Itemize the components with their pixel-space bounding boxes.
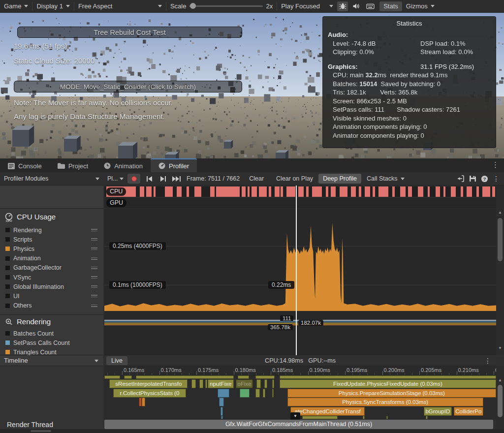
drag-handle-icon[interactable] bbox=[91, 228, 97, 232]
drag-handle-icon[interactable] bbox=[91, 256, 97, 261]
deep-profile-toggle[interactable]: Deep Profile bbox=[318, 174, 361, 184]
cpu-frame-segment[interactable] bbox=[436, 186, 441, 197]
timeline-sample[interactable] bbox=[124, 375, 132, 379]
first-frame-button[interactable] bbox=[143, 174, 155, 184]
cpu-frame-segment[interactable] bbox=[373, 186, 375, 197]
cpu-frame-segment[interactable] bbox=[331, 186, 336, 197]
scale-slider-knob[interactable] bbox=[190, 3, 196, 9]
bug-icon[interactable] bbox=[337, 1, 348, 11]
cpu-frame-segment[interactable] bbox=[312, 186, 322, 197]
timeline-sample[interactable] bbox=[302, 416, 338, 419]
gizmos-dropdown[interactable]: Gizmos bbox=[402, 1, 439, 12]
cpu-frame-segment[interactable] bbox=[451, 186, 456, 197]
cpu-frame-segment[interactable] bbox=[326, 186, 328, 197]
timeline-sample[interactable] bbox=[280, 375, 496, 379]
cpu-frame-segment[interactable] bbox=[365, 186, 370, 197]
timeline-sample[interactable] bbox=[139, 398, 142, 406]
cpu-frame-segment[interactable] bbox=[482, 186, 490, 197]
timeline-sample[interactable] bbox=[363, 416, 364, 419]
stats-toggle-button[interactable]: Stats bbox=[379, 1, 402, 11]
timeline-view-dropdown[interactable]: Timeline bbox=[0, 355, 103, 366]
legend-item-others[interactable]: Others bbox=[0, 301, 103, 310]
scroll-down-icon[interactable]: ▼ bbox=[497, 346, 503, 350]
drag-handle-icon[interactable] bbox=[91, 237, 97, 242]
timeline-sample[interactable] bbox=[219, 398, 224, 406]
cpu-frame-segment[interactable] bbox=[418, 186, 423, 197]
profiler-target-dropdown[interactable]: Pl... bbox=[103, 172, 127, 186]
cpu-frame-segment[interactable] bbox=[476, 186, 479, 197]
scroll-up-icon[interactable]: ▲ bbox=[497, 210, 503, 215]
speaker-icon[interactable] bbox=[351, 1, 362, 11]
cpu-frame-segment[interactable] bbox=[252, 186, 257, 197]
profiler-modules-dropdown[interactable]: Profiler Modules bbox=[0, 172, 103, 186]
cpu-frame-segment[interactable] bbox=[428, 186, 430, 197]
timeline-sample[interactable] bbox=[205, 379, 207, 388]
timeline-sample[interactable] bbox=[263, 389, 265, 398]
cpu-frame-segment[interactable] bbox=[461, 186, 463, 197]
scroll-up-icon[interactable]: ▲ bbox=[497, 378, 503, 382]
cpu-frame-segment[interactable] bbox=[154, 186, 156, 197]
legend-item-animation[interactable]: Animation bbox=[0, 254, 103, 263]
timeline-sample-fixedupdate-physicsfixedupdate-0-03ms[interactable]: FixedUpdate.PhysicsFixedUpdate (0.03ms) bbox=[280, 379, 496, 388]
cpu-frame-segment[interactable] bbox=[359, 186, 361, 197]
record-button[interactable] bbox=[127, 174, 140, 184]
cpu-frame-segment[interactable] bbox=[165, 186, 173, 197]
timeline-sample[interactable] bbox=[142, 398, 145, 406]
highlights-gpu-bar[interactable]: GPU bbox=[104, 198, 496, 208]
cpu-frame-segment[interactable] bbox=[259, 186, 267, 197]
timeline-sample[interactable] bbox=[199, 379, 203, 388]
legend-item-scripts[interactable]: Scripts bbox=[0, 235, 103, 244]
timeline-sample-bgroupid[interactable]: bGroupID bbox=[424, 407, 452, 416]
drag-handle-icon[interactable] bbox=[91, 294, 97, 298]
timeline-tracks[interactable]: sResetInterpolatedTransfonputFixeoFixeFi… bbox=[104, 375, 496, 419]
timeline-sample[interactable] bbox=[272, 379, 274, 388]
live-toggle-button[interactable]: Live bbox=[106, 356, 127, 365]
timeline-sample[interactable] bbox=[272, 389, 274, 398]
cpu-frame-segment[interactable] bbox=[187, 186, 189, 197]
timeline-sample[interactable] bbox=[218, 389, 229, 398]
timeline-kebab-icon[interactable]: ⋮ bbox=[484, 357, 496, 365]
cpu-frame-segment[interactable] bbox=[146, 186, 152, 197]
clear-button[interactable]: Clear bbox=[245, 174, 268, 184]
cpu-frame-segment[interactable] bbox=[306, 186, 309, 197]
window-kebab-icon[interactable]: ⋮ bbox=[492, 160, 504, 172]
timeline-sample-physics-preparesimulationstage-0-03ms[interactable]: Physics.PrepareSimulationStage (0.03ms) bbox=[287, 389, 496, 398]
load-profile-icon[interactable] bbox=[455, 174, 467, 184]
cpu-frame-segment[interactable] bbox=[351, 186, 356, 197]
timeline-sample-nputfixe[interactable]: nputFixe bbox=[208, 379, 234, 388]
timeline-sample[interactable] bbox=[386, 416, 388, 419]
cpu-frame-segment[interactable] bbox=[408, 186, 412, 197]
tab-profiler[interactable]: Profiler bbox=[151, 158, 197, 172]
timeline-sample-r-collectphysicsstats-0[interactable]: r.CollectPhysicsStats (0 bbox=[113, 389, 186, 398]
legend-item-rendering[interactable]: Rendering bbox=[0, 225, 103, 235]
drag-handle-icon[interactable] bbox=[91, 247, 97, 251]
charts-scrollbar-thumb[interactable] bbox=[498, 218, 503, 261]
timeline-sample[interactable] bbox=[104, 375, 120, 379]
call-stacks-dropdown[interactable]: Call Stacks bbox=[362, 174, 409, 184]
clear-on-play-button[interactable]: Clear on Play bbox=[272, 174, 317, 184]
legend-item-batches-count[interactable]: Batches Count bbox=[0, 329, 103, 338]
legend-item-global-illumination[interactable]: Global Illumination bbox=[0, 282, 103, 291]
game-tab-dropdown[interactable]: Game bbox=[0, 1, 32, 12]
cpu-frame-segment[interactable] bbox=[242, 186, 246, 197]
cpu-usage-chart[interactable]: 0.25ms (4000FPS) 0.1ms (10000FPS) 0.22ms bbox=[104, 209, 496, 315]
cpu-frame-segment[interactable] bbox=[275, 186, 280, 197]
mode-switch-button[interactable]: MODE: Move_Static_Collider (Click to Swi… bbox=[14, 81, 242, 93]
timeline-sample[interactable] bbox=[240, 389, 250, 398]
legend-item-vsync[interactable]: VSync bbox=[0, 273, 103, 282]
save-profile-icon[interactable] bbox=[467, 174, 478, 184]
cpu-frame-segment[interactable] bbox=[392, 186, 395, 197]
cpu-frame-segment[interactable] bbox=[378, 186, 388, 197]
timeline-scrollbar-thumb[interactable] bbox=[498, 385, 503, 417]
timeline-scrollbar[interactable]: ▲ bbox=[496, 366, 504, 429]
current-frame-button[interactable] bbox=[171, 174, 183, 184]
cpu-frame-segment[interactable] bbox=[194, 186, 201, 197]
timeline-sample-ofixe[interactable]: oFixe bbox=[236, 379, 253, 388]
timeline-sample[interactable] bbox=[221, 416, 223, 419]
cpu-frame-segment[interactable] bbox=[210, 186, 215, 197]
keyboard-icon[interactable] bbox=[365, 1, 376, 11]
cpu-frame-segment[interactable] bbox=[248, 186, 250, 197]
timeline-sample-physics-synctransforms-0-03ms[interactable]: Physics.SyncTransforms (0.03ms) bbox=[287, 398, 483, 406]
scale-slider[interactable] bbox=[189, 5, 263, 7]
cpu-frame-segment[interactable] bbox=[467, 186, 472, 197]
